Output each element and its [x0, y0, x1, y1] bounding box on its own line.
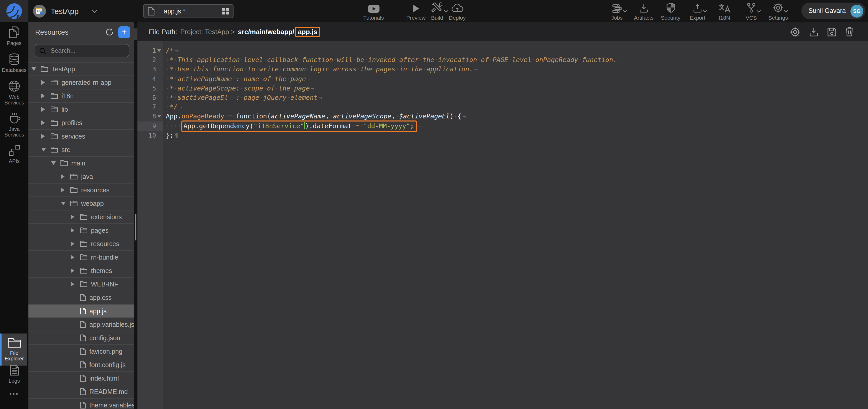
search-input[interactable]	[50, 47, 114, 55]
tree-item-generated-rn-app[interactable]: generated-rn-app	[28, 76, 134, 89]
chevron-collapsed-icon[interactable]	[71, 255, 80, 260]
line-number[interactable]: 8	[137, 112, 163, 121]
editor-save-icon[interactable]	[827, 27, 836, 37]
line-number[interactable]: 5	[137, 84, 163, 93]
chevron-expanded-icon[interactable]	[51, 161, 60, 165]
user-menu[interactable]: Sunil Gavara SG	[801, 3, 865, 19]
line-number[interactable]: 1	[137, 46, 163, 55]
code-line-9[interactable]: 9····App.getDependency("i18nService").da…	[137, 121, 868, 130]
add-resource-button[interactable]: +	[118, 26, 130, 38]
resource-search[interactable]	[35, 44, 129, 57]
line-number[interactable]: 3	[137, 65, 163, 74]
tree-item-themes[interactable]: themes	[28, 264, 134, 277]
code-line-10[interactable]: 10};¶	[137, 130, 868, 140]
tree-item-theme.variables[interactable]: theme.variables	[28, 399, 134, 409]
tree-item-config.json[interactable]: config.json	[28, 331, 134, 345]
chevron-collapsed-icon[interactable]	[41, 94, 51, 98]
jobs-button[interactable]: Jobs	[606, 3, 628, 21]
tree-item-app.css[interactable]: app.css	[28, 291, 134, 304]
line-number[interactable]: 10	[137, 130, 163, 140]
code-text[interactable]: ·*·Use·this·function·to·write·common·log…	[163, 65, 478, 74]
tree-item-font.config.js[interactable]: font.config.js	[28, 358, 134, 372]
sidebar-item-pages[interactable]: Pages	[0, 26, 28, 46]
sidebar-more-button[interactable]: •••	[0, 390, 28, 398]
code-text[interactable]: ·*·activePageName·:·name·of·the·page¬	[163, 74, 310, 84]
tree-item-webapp[interactable]: webapp	[28, 197, 134, 210]
sidebar-item-java-services[interactable]: Java Services	[0, 113, 28, 138]
i18n-button[interactable]: I18N	[713, 3, 736, 21]
chevron-down-icon[interactable]	[756, 10, 761, 13]
chevron-collapsed-icon[interactable]	[71, 228, 80, 233]
code-text[interactable]: ·*·This·application·level·callback·funct…	[163, 55, 622, 65]
chevron-down-icon[interactable]	[622, 10, 627, 13]
tree-item-WEB-INF[interactable]: WEB-INF	[28, 277, 134, 291]
grid-icon[interactable]	[222, 8, 229, 14]
artifacts-button[interactable]: Artifacts	[632, 3, 655, 21]
chevron-collapsed-icon[interactable]	[61, 188, 70, 192]
sidebar-item-web-services[interactable]: Web Services	[0, 80, 28, 106]
chevron-collapsed-icon[interactable]	[71, 214, 80, 219]
chevron-collapsed-icon[interactable]	[41, 120, 51, 125]
fold-arrow-icon[interactable]	[157, 49, 161, 52]
code-line-2[interactable]: 2·*·This·application·level·callback·func…	[137, 55, 868, 65]
tree-item-profiles[interactable]: profiles	[28, 116, 134, 130]
code-line-4[interactable]: 4·*·activePageName·:·name·of·the·page¬	[137, 74, 868, 84]
settings-button[interactable]: Settings	[767, 3, 789, 21]
code-text[interactable]: App.onPageReady·=·function(activePageNam…	[163, 112, 466, 121]
chevron-expanded-icon[interactable]	[41, 148, 51, 151]
code-line-1[interactable]: 1/*¬	[137, 46, 868, 55]
tree-item-services[interactable]: services	[28, 130, 134, 143]
vcs-button[interactable]: VCS	[740, 3, 763, 21]
line-number[interactable]: 4	[137, 74, 163, 84]
chevron-down-icon[interactable]	[784, 10, 788, 13]
chevron-collapsed-icon[interactable]	[71, 268, 80, 273]
tree-item-app.variables.js[interactable]: app.variables.js	[28, 318, 134, 331]
sidebar-item-apis[interactable]: APIs	[0, 145, 28, 164]
security-button[interactable]: Security	[659, 3, 682, 21]
refresh-icon[interactable]	[105, 28, 114, 36]
chevron-down-icon[interactable]	[91, 9, 98, 13]
tree-item-app.js[interactable]: app.js	[28, 304, 134, 318]
tree-scrollbar[interactable]	[135, 214, 136, 240]
tree-item-i18n[interactable]: i18n	[28, 89, 134, 103]
editor-delete-icon[interactable]	[845, 27, 854, 37]
code-line-3[interactable]: 3·*·Use·this·function·to·write·common·lo…	[137, 65, 868, 74]
tree-item-java[interactable]: java	[28, 170, 134, 183]
tree-item-index.html[interactable]: index.html	[28, 372, 134, 385]
chevron-collapsed-icon[interactable]	[71, 241, 80, 246]
deploy-button[interactable]: Deploy	[444, 3, 471, 21]
wavemaker-logo[interactable]	[0, 0, 28, 22]
chevron-collapsed-icon[interactable]	[41, 80, 51, 85]
editor-settings-icon[interactable]	[790, 27, 800, 37]
code-text[interactable]: ·*/¬	[163, 103, 182, 112]
tree-item-lib[interactable]: lib	[28, 103, 134, 116]
tree-item-extensions[interactable]: extensions	[28, 210, 134, 224]
tree-item-resources[interactable]: resources	[28, 183, 134, 197]
chevron-collapsed-icon[interactable]	[61, 174, 70, 179]
line-number[interactable]: 2	[137, 55, 163, 65]
tree-item-resources[interactable]: resources	[28, 237, 134, 251]
tree-item-favicon.png[interactable]: favicon.png	[28, 345, 134, 358]
chevron-down-icon[interactable]	[703, 10, 707, 13]
chevron-collapsed-icon[interactable]	[41, 107, 51, 112]
tree-item-TestApp[interactable]: TestApp	[28, 63, 134, 76]
project-switcher[interactable]: TestApp	[33, 0, 98, 22]
code-text[interactable]: ····App.getDependency("i18nService").dat…	[163, 121, 422, 130]
chevron-collapsed-icon[interactable]	[71, 282, 80, 287]
tree-item-src[interactable]: src	[28, 143, 134, 157]
fold-arrow-icon[interactable]	[157, 115, 161, 118]
sidebar-item-databases[interactable]: Databases	[0, 53, 28, 73]
tab-app-js[interactable]: app.js *	[143, 4, 234, 18]
code-line-7[interactable]: 7·*/¬	[137, 103, 868, 112]
code-text[interactable]: /*¬	[163, 46, 178, 55]
line-number[interactable]: 7	[137, 103, 163, 112]
tree-item-pages[interactable]: pages	[28, 224, 134, 237]
code-text[interactable]: ·*·$activePageEl··:·page·jQuery·element¬	[163, 93, 322, 103]
code-text[interactable]: ·*·activePageScope:·scope·of·the·page¬	[163, 84, 314, 93]
chevron-collapsed-icon[interactable]	[41, 134, 51, 139]
code-line-6[interactable]: 6·*·$activePageEl··:·page·jQuery·element…	[137, 93, 868, 103]
code-area[interactable]: 1/*¬2·*·This·application·level·callback·…	[137, 41, 868, 409]
tree-item-main[interactable]: main	[28, 157, 134, 170]
breadcrumb-project[interactable]: Project: TestApp >	[180, 28, 235, 36]
code-line-8[interactable]: 8App.onPageReady·=·function(activePageNa…	[137, 112, 868, 121]
